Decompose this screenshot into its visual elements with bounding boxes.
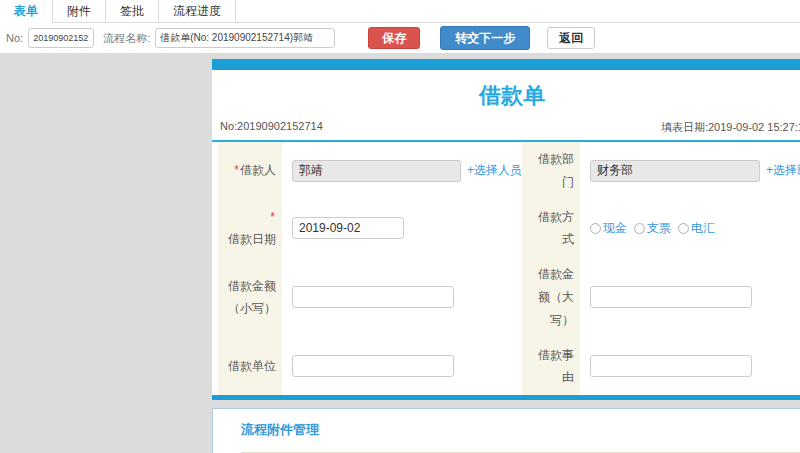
amount-big-input[interactable] [590, 286, 752, 308]
department-input[interactable] [590, 160, 760, 182]
borrow-reason-input[interactable] [590, 355, 752, 377]
process-name-label: 流程名称: [103, 31, 150, 46]
page-background: 借款单 No:20190902152714 填表日期:2019-09-02 15… [0, 53, 800, 453]
select-department-link[interactable]: +选择部门 [766, 162, 800, 179]
save-button[interactable]: 保存 [368, 27, 420, 49]
borrow-date-input[interactable] [292, 217, 404, 239]
radio-wire[interactable]: 电汇 [678, 220, 715, 237]
radio-check[interactable]: 支票 [634, 220, 671, 237]
loan-form-card: 借款单 No:20190902152714 填表日期:2019-09-02 15… [212, 59, 800, 400]
radio-circle-icon [590, 223, 601, 234]
doc-number: No:20190902152714 [220, 120, 323, 135]
attachments-heading: 流程附件管理 [241, 421, 800, 439]
borrow-reason-label: 借款事由 [522, 338, 580, 396]
radio-cash[interactable]: 现金 [590, 220, 627, 237]
borrow-unit-label: 借款单位 [218, 338, 282, 396]
card-bottom-accent-bar [212, 395, 800, 400]
borrower-label: * 借款人 [218, 142, 282, 200]
doc-fill-date: 填表日期:2019-09-02 15:27:1 [661, 120, 800, 135]
tab-bar: 表单 附件 签批 流程进度 [0, 0, 800, 23]
tab-process-progress[interactable]: 流程进度 [159, 0, 236, 22]
tab-approval[interactable]: 签批 [106, 0, 159, 22]
amount-small-label: 借款金额（小写） [218, 257, 282, 337]
main-panel: 借款单 No:20190902152714 填表日期:2019-09-02 15… [212, 59, 800, 453]
borrow-method-label: 借款方式 [522, 200, 580, 258]
no-input[interactable] [28, 28, 94, 48]
borrow-method-radios: 现金 支票 电汇 [590, 220, 715, 237]
radio-circle-icon [634, 223, 645, 234]
process-name-input[interactable] [155, 28, 335, 48]
amount-big-label: 借款金额（大写） [522, 257, 580, 337]
attachments-card: 流程附件管理 还没有附件! 上传附件 [212, 408, 800, 453]
borrower-input[interactable] [292, 160, 461, 182]
borrow-unit-input[interactable] [292, 355, 454, 377]
loan-form-grid: * 借款人 +选择人员 借款部门 +选择部门 * [218, 142, 800, 395]
department-label: 借款部门 [522, 142, 580, 200]
select-person-link[interactable]: +选择人员 [467, 162, 522, 179]
borrow-date-label: * 借款日期 [218, 200, 282, 258]
next-step-button[interactable]: 转交下一步 [440, 26, 530, 50]
no-label: No: [6, 32, 23, 44]
radio-circle-icon [678, 223, 689, 234]
card-top-accent-bar [212, 59, 800, 70]
page-title: 借款单 [212, 70, 800, 120]
tab-attachments[interactable]: 附件 [52, 0, 106, 22]
action-toolbar: No: 流程名称: 保存 转交下一步 返回 [0, 23, 800, 53]
back-button[interactable]: 返回 [547, 27, 595, 49]
amount-small-input[interactable] [292, 286, 454, 308]
tab-form[interactable]: 表单 [0, 0, 52, 23]
